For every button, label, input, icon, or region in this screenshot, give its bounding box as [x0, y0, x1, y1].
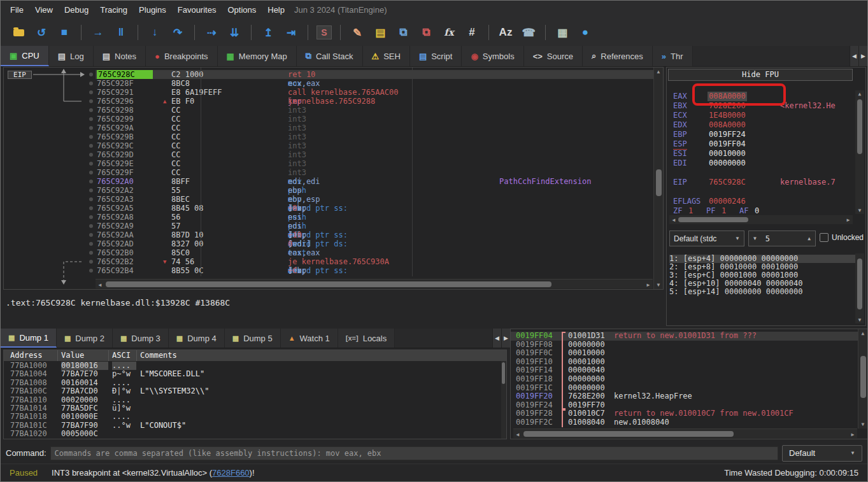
favourites-globe-icon[interactable]: ● — [577, 25, 594, 39]
dump-vscrollbar[interactable] — [501, 361, 506, 439]
register-row[interactable]: EDI00000000 — [667, 159, 865, 168]
tab-source[interactable]: <>Source — [524, 46, 583, 66]
disassembly-panel[interactable]: EIP 765C928CC2 1000ret 10765C928F8BC8mov… — [3, 67, 664, 290]
function-icon[interactable]: fx — [441, 25, 457, 39]
tab-thr[interactable]: »Thr — [653, 46, 693, 66]
register-row[interactable]: ESI00010000 — [667, 149, 865, 159]
stack-hscrollbar[interactable]: ◀ ▶ — [513, 429, 857, 438]
tab-dump-4[interactable]: ▦Dump 4 — [169, 329, 225, 348]
disasm-row[interactable]: 765C92A08BFFmov edi,ediPathCchFindExtens… — [87, 177, 655, 186]
tab-notes[interactable]: ▤Notes — [94, 46, 146, 66]
registers-panel[interactable]: Hide FPU EAX008A0000EBX7628E200<kernel32… — [666, 67, 866, 326]
tab-scroll-right-icon[interactable]: ▶ — [858, 46, 867, 66]
tab-scroll-left-icon[interactable]: ◀ — [492, 329, 501, 348]
registers-hscrollbar[interactable]: ◀ ▶ — [669, 215, 853, 224]
command-input[interactable] — [50, 446, 778, 460]
assemble-icon[interactable]: Az — [497, 25, 514, 39]
tab-dump-5[interactable]: ▦Dump 5 — [225, 329, 281, 348]
disasm-row[interactable]: 765C929CCCint3 — [87, 141, 655, 150]
seh-chain-icon[interactable]: S — [317, 25, 332, 39]
animate-over-icon[interactable]: ⇊ — [226, 25, 243, 39]
execute-till-return-icon[interactable]: ↥ — [260, 25, 276, 39]
menu-plugins[interactable]: Plugins — [133, 3, 172, 17]
comment-icon[interactable]: ▤ — [372, 25, 388, 39]
dump-row[interactable]: 77BA100800160014.... — [4, 379, 506, 387]
disasm-row[interactable]: 765C929ECCint3 — [87, 159, 655, 168]
register-row[interactable] — [667, 187, 865, 197]
ordinal-icon[interactable]: # — [464, 25, 480, 39]
stack-row[interactable]: 0019FF2C01008040new.01008040 — [511, 418, 867, 427]
disasm-row[interactable]: 765C92B48B55 0Cmov edx,dword ptr ss:[ebp… — [87, 266, 655, 275]
args-vscrollbar[interactable]: ▼ — [855, 253, 864, 323]
stack-row[interactable]: 0019FF0C00010000 — [511, 349, 867, 358]
menu-favourites[interactable]: Favourites — [172, 3, 222, 17]
restart-icon[interactable]: ↺ — [33, 25, 50, 39]
tab-watch-1[interactable]: ▲Watch 1 — [281, 329, 338, 348]
stack-row[interactable]: 0019FF0401001D31return to new.01001D31 f… — [511, 332, 867, 341]
animate-into-icon[interactable]: ⇢ — [203, 25, 220, 39]
dump-row[interactable]: 77BA10200005000C — [4, 430, 506, 438]
register-row[interactable]: ZF1PF1AF0 — [667, 206, 865, 216]
register-row[interactable]: ESP0019FF04 — [667, 139, 865, 149]
stack-row[interactable]: 0019FF0800000000 — [511, 341, 867, 350]
calling-convention-select[interactable]: Default (stdc ▼ — [669, 230, 744, 246]
patch-icon[interactable]: ✎ — [349, 25, 366, 39]
arg-count-spinner[interactable]: ▼ 5 ▲ — [748, 230, 816, 246]
tab-dump-3[interactable]: ▦Dump 3 — [113, 329, 169, 348]
disasm-row[interactable]: 765C929BCCint3 — [87, 132, 655, 141]
tab-breakpoints[interactable]: ●Breakpoints — [146, 46, 218, 66]
register-row[interactable]: EBP0019FF24 — [667, 130, 865, 139]
tab-locals[interactable]: [x=]Locals — [338, 329, 395, 348]
tab-scroll-left-icon[interactable]: ◀ — [850, 46, 858, 66]
menu-help[interactable]: Help — [262, 3, 290, 17]
disasm-row[interactable]: 765C92B2▼74 56je kernelbase.765C930A — [87, 257, 655, 266]
disasm-row[interactable]: 765C92AA8B7D 10mov edi,dword ptr ss:[ebp… — [87, 230, 655, 239]
tab-script[interactable]: ▤Script — [410, 46, 462, 66]
disasm-row[interactable]: 765C928F8BC8mov ecx,eax — [87, 79, 655, 88]
menu-file[interactable]: File — [4, 3, 29, 17]
menu-tracing[interactable]: Tracing — [94, 3, 133, 17]
step-into-icon[interactable]: ↓ — [146, 25, 163, 39]
dump-row[interactable]: 77BA101000020000.... — [4, 396, 506, 404]
label-icon[interactable]: ⧉ — [395, 25, 411, 39]
dump-row[interactable]: 77BA101C77BA7F90..°wL"CONOUT$" — [4, 422, 506, 430]
open-file-icon[interactable] — [10, 25, 27, 39]
unlocked-checkbox[interactable] — [820, 233, 829, 242]
disasm-row[interactable]: 765C92A38BECmov ebp,esp — [87, 195, 655, 204]
dump-row[interactable]: 77BA101477BA5DFCü]°w — [4, 404, 506, 413]
dump-row[interactable]: 77BA100C77BA7CD0Ð|°wL"\\SYSTEM32\\" — [4, 387, 506, 395]
stack-row[interactable]: 0019FF1C00000000 — [511, 384, 867, 393]
disasm-row[interactable]: 765C92AD8327 00and dword ptr ds:[edi],0 — [87, 239, 655, 248]
register-row[interactable]: EIP765C928Ckernelbase.7 — [667, 178, 865, 187]
disasm-vscrollbar[interactable]: ▲ ▼ — [653, 67, 663, 289]
disasm-row[interactable]: 765C929FCCint3 — [87, 168, 655, 177]
tab-seh[interactable]: ⚠SEH — [363, 46, 410, 66]
pause-icon[interactable]: ‖ — [113, 25, 129, 39]
tab-symbols[interactable]: ◉Symbols — [462, 46, 523, 66]
stack-row[interactable]: 0019FF1800000000 — [511, 375, 867, 384]
disasm-row[interactable]: 765C92B085C0test eax,eax — [87, 248, 655, 257]
dump-row[interactable]: 77BA10180010000E.... — [4, 413, 506, 421]
disasm-row[interactable]: 765C9298CCint3 — [87, 106, 655, 115]
disasm-row[interactable]: 765C92A255push ebp — [87, 186, 655, 195]
close-icon[interactable]: ■ — [56, 25, 73, 39]
stack-row[interactable]: 0019FF1400000040 — [511, 366, 867, 375]
disasm-row[interactable]: 765C929ACCint3 — [87, 124, 655, 132]
run-to-user-code-icon[interactable]: ⇥ — [283, 25, 299, 39]
run-icon[interactable]: → — [90, 25, 106, 39]
register-row[interactable]: ECX1E4B0000 — [667, 111, 865, 120]
step-over-icon[interactable]: ↷ — [169, 25, 186, 39]
dump-row[interactable]: 77BA100000180016.... — [4, 362, 506, 370]
register-row[interactable] — [667, 168, 865, 178]
registers-vscrollbar[interactable]: ▲ ▼ — [855, 90, 864, 214]
disasm-row[interactable]: 765C9299CCint3 — [87, 115, 655, 124]
tab-references[interactable]: ⌕References — [583, 46, 653, 66]
register-row[interactable]: EDX008A0000 — [667, 120, 865, 130]
disasm-row[interactable]: 765C92A957push edi — [87, 222, 655, 230]
tab-log[interactable]: ▤Log — [49, 46, 94, 66]
stack-row[interactable]: 0019FF240019FF70 — [511, 401, 867, 410]
attach-icon[interactable]: ☎ — [520, 25, 537, 39]
tab-call-stack[interactable]: ⧉Call Stack — [297, 46, 363, 66]
tab-dump-1[interactable]: ▦Dump 1 — [1, 329, 57, 348]
stack-arg-row[interactable]: 5: [esp+14] 00000000 00000000 — [669, 288, 803, 296]
